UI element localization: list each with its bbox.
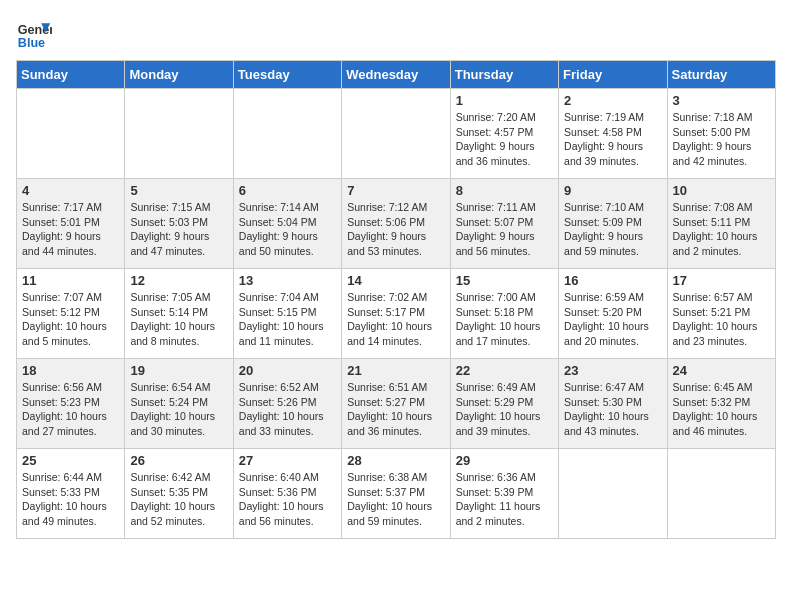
day-number: 1 — [456, 93, 553, 108]
day-number: 6 — [239, 183, 336, 198]
logo: General Blue — [16, 16, 56, 52]
day-number: 5 — [130, 183, 227, 198]
day-number: 12 — [130, 273, 227, 288]
weekday-header-thursday: Thursday — [450, 61, 558, 89]
weekday-header-friday: Friday — [559, 61, 667, 89]
calendar-cell: 1Sunrise: 7:20 AMSunset: 4:57 PMDaylight… — [450, 89, 558, 179]
calendar-cell: 12Sunrise: 7:05 AMSunset: 5:14 PMDayligh… — [125, 269, 233, 359]
day-info: Sunrise: 6:38 AMSunset: 5:37 PMDaylight:… — [347, 470, 444, 529]
calendar-header-row: SundayMondayTuesdayWednesdayThursdayFrid… — [17, 61, 776, 89]
calendar-cell: 6Sunrise: 7:14 AMSunset: 5:04 PMDaylight… — [233, 179, 341, 269]
calendar-week-row: 18Sunrise: 6:56 AMSunset: 5:23 PMDayligh… — [17, 359, 776, 449]
day-number: 19 — [130, 363, 227, 378]
day-info: Sunrise: 6:52 AMSunset: 5:26 PMDaylight:… — [239, 380, 336, 439]
day-info: Sunrise: 7:14 AMSunset: 5:04 PMDaylight:… — [239, 200, 336, 259]
day-info: Sunrise: 7:00 AMSunset: 5:18 PMDaylight:… — [456, 290, 553, 349]
day-info: Sunrise: 6:44 AMSunset: 5:33 PMDaylight:… — [22, 470, 119, 529]
day-number: 27 — [239, 453, 336, 468]
calendar-cell: 20Sunrise: 6:52 AMSunset: 5:26 PMDayligh… — [233, 359, 341, 449]
calendar-week-row: 4Sunrise: 7:17 AMSunset: 5:01 PMDaylight… — [17, 179, 776, 269]
calendar-cell: 8Sunrise: 7:11 AMSunset: 5:07 PMDaylight… — [450, 179, 558, 269]
calendar-cell: 24Sunrise: 6:45 AMSunset: 5:32 PMDayligh… — [667, 359, 775, 449]
day-info: Sunrise: 6:54 AMSunset: 5:24 PMDaylight:… — [130, 380, 227, 439]
calendar-cell: 16Sunrise: 6:59 AMSunset: 5:20 PMDayligh… — [559, 269, 667, 359]
calendar-table: SundayMondayTuesdayWednesdayThursdayFrid… — [16, 60, 776, 539]
day-info: Sunrise: 6:47 AMSunset: 5:30 PMDaylight:… — [564, 380, 661, 439]
calendar-cell — [125, 89, 233, 179]
day-number: 9 — [564, 183, 661, 198]
day-number: 11 — [22, 273, 119, 288]
calendar-cell: 25Sunrise: 6:44 AMSunset: 5:33 PMDayligh… — [17, 449, 125, 539]
day-number: 20 — [239, 363, 336, 378]
calendar-cell — [17, 89, 125, 179]
day-number: 2 — [564, 93, 661, 108]
calendar-week-row: 1Sunrise: 7:20 AMSunset: 4:57 PMDaylight… — [17, 89, 776, 179]
calendar-cell — [233, 89, 341, 179]
calendar-cell: 13Sunrise: 7:04 AMSunset: 5:15 PMDayligh… — [233, 269, 341, 359]
day-info: Sunrise: 7:07 AMSunset: 5:12 PMDaylight:… — [22, 290, 119, 349]
calendar-cell: 3Sunrise: 7:18 AMSunset: 5:00 PMDaylight… — [667, 89, 775, 179]
day-number: 29 — [456, 453, 553, 468]
day-info: Sunrise: 7:05 AMSunset: 5:14 PMDaylight:… — [130, 290, 227, 349]
calendar-cell: 2Sunrise: 7:19 AMSunset: 4:58 PMDaylight… — [559, 89, 667, 179]
logo-icon: General Blue — [16, 16, 52, 52]
day-number: 24 — [673, 363, 770, 378]
calendar-week-row: 11Sunrise: 7:07 AMSunset: 5:12 PMDayligh… — [17, 269, 776, 359]
day-info: Sunrise: 7:20 AMSunset: 4:57 PMDaylight:… — [456, 110, 553, 169]
day-info: Sunrise: 7:02 AMSunset: 5:17 PMDaylight:… — [347, 290, 444, 349]
weekday-header-tuesday: Tuesday — [233, 61, 341, 89]
day-info: Sunrise: 7:11 AMSunset: 5:07 PMDaylight:… — [456, 200, 553, 259]
weekday-header-monday: Monday — [125, 61, 233, 89]
calendar-cell: 7Sunrise: 7:12 AMSunset: 5:06 PMDaylight… — [342, 179, 450, 269]
day-info: Sunrise: 6:49 AMSunset: 5:29 PMDaylight:… — [456, 380, 553, 439]
day-number: 3 — [673, 93, 770, 108]
calendar-cell — [559, 449, 667, 539]
calendar-cell: 4Sunrise: 7:17 AMSunset: 5:01 PMDaylight… — [17, 179, 125, 269]
calendar-cell: 10Sunrise: 7:08 AMSunset: 5:11 PMDayligh… — [667, 179, 775, 269]
day-info: Sunrise: 6:36 AMSunset: 5:39 PMDaylight:… — [456, 470, 553, 529]
day-number: 7 — [347, 183, 444, 198]
day-info: Sunrise: 7:08 AMSunset: 5:11 PMDaylight:… — [673, 200, 770, 259]
calendar-cell — [342, 89, 450, 179]
day-info: Sunrise: 6:40 AMSunset: 5:36 PMDaylight:… — [239, 470, 336, 529]
day-info: Sunrise: 6:56 AMSunset: 5:23 PMDaylight:… — [22, 380, 119, 439]
weekday-header-saturday: Saturday — [667, 61, 775, 89]
day-number: 8 — [456, 183, 553, 198]
day-number: 28 — [347, 453, 444, 468]
day-number: 26 — [130, 453, 227, 468]
calendar-cell: 19Sunrise: 6:54 AMSunset: 5:24 PMDayligh… — [125, 359, 233, 449]
calendar-cell: 26Sunrise: 6:42 AMSunset: 5:35 PMDayligh… — [125, 449, 233, 539]
day-number: 17 — [673, 273, 770, 288]
day-number: 10 — [673, 183, 770, 198]
day-info: Sunrise: 7:15 AMSunset: 5:03 PMDaylight:… — [130, 200, 227, 259]
calendar-cell: 21Sunrise: 6:51 AMSunset: 5:27 PMDayligh… — [342, 359, 450, 449]
day-number: 15 — [456, 273, 553, 288]
calendar-cell: 5Sunrise: 7:15 AMSunset: 5:03 PMDaylight… — [125, 179, 233, 269]
day-number: 18 — [22, 363, 119, 378]
calendar-cell: 28Sunrise: 6:38 AMSunset: 5:37 PMDayligh… — [342, 449, 450, 539]
calendar-cell: 29Sunrise: 6:36 AMSunset: 5:39 PMDayligh… — [450, 449, 558, 539]
day-number: 23 — [564, 363, 661, 378]
calendar-cell: 17Sunrise: 6:57 AMSunset: 5:21 PMDayligh… — [667, 269, 775, 359]
day-info: Sunrise: 6:57 AMSunset: 5:21 PMDaylight:… — [673, 290, 770, 349]
day-info: Sunrise: 6:45 AMSunset: 5:32 PMDaylight:… — [673, 380, 770, 439]
page-header: General Blue — [16, 16, 776, 52]
day-number: 21 — [347, 363, 444, 378]
calendar-week-row: 25Sunrise: 6:44 AMSunset: 5:33 PMDayligh… — [17, 449, 776, 539]
calendar-cell: 27Sunrise: 6:40 AMSunset: 5:36 PMDayligh… — [233, 449, 341, 539]
day-info: Sunrise: 7:19 AMSunset: 4:58 PMDaylight:… — [564, 110, 661, 169]
day-info: Sunrise: 7:17 AMSunset: 5:01 PMDaylight:… — [22, 200, 119, 259]
day-number: 25 — [22, 453, 119, 468]
calendar-cell: 15Sunrise: 7:00 AMSunset: 5:18 PMDayligh… — [450, 269, 558, 359]
weekday-header-sunday: Sunday — [17, 61, 125, 89]
day-number: 13 — [239, 273, 336, 288]
day-info: Sunrise: 7:10 AMSunset: 5:09 PMDaylight:… — [564, 200, 661, 259]
calendar-cell: 23Sunrise: 6:47 AMSunset: 5:30 PMDayligh… — [559, 359, 667, 449]
day-info: Sunrise: 7:04 AMSunset: 5:15 PMDaylight:… — [239, 290, 336, 349]
day-info: Sunrise: 6:42 AMSunset: 5:35 PMDaylight:… — [130, 470, 227, 529]
calendar-cell: 22Sunrise: 6:49 AMSunset: 5:29 PMDayligh… — [450, 359, 558, 449]
calendar-cell — [667, 449, 775, 539]
weekday-header-wednesday: Wednesday — [342, 61, 450, 89]
day-number: 14 — [347, 273, 444, 288]
svg-text:Blue: Blue — [18, 36, 45, 50]
